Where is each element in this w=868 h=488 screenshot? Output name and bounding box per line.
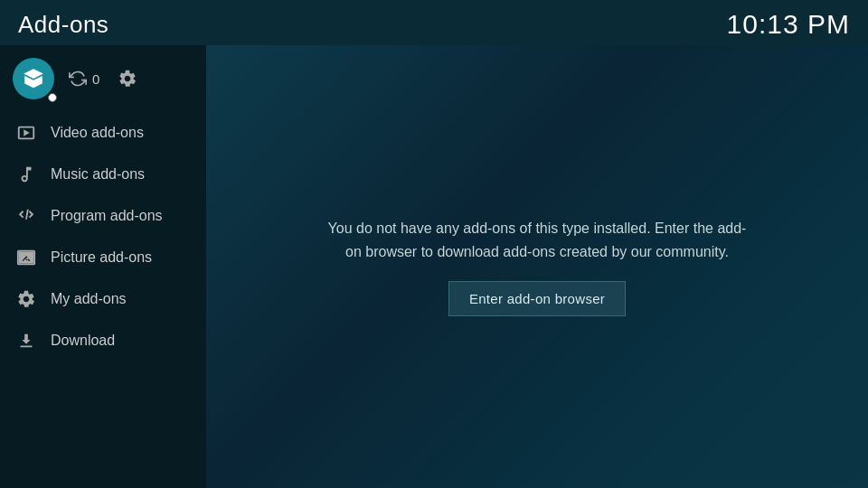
page-title: Add-ons [18,11,108,39]
sidebar-header: 0 [0,52,206,112]
sidebar-item-label: Program add-ons [51,208,163,224]
box-icon [22,67,45,90]
settings-button[interactable] [114,65,141,92]
my-addons-icon [14,287,38,311]
sidebar: 0 Video add-ons [0,45,206,488]
enter-browser-button[interactable]: Enter add-on browser [448,281,626,316]
content-area: You do not have any add-ons of this type… [206,45,868,488]
sidebar-item-music-addons[interactable]: Music add-ons [0,154,206,195]
sidebar-item-video-addons[interactable]: Video add-ons [0,112,206,154]
video-icon [14,121,38,145]
sidebar-nav: Video add-ons Music add-ons Progra [0,112,206,488]
sidebar-item-label: Music add-ons [51,166,145,183]
gear-icon [118,69,137,89]
sidebar-item-my-addons[interactable]: My add-ons [0,278,206,320]
sidebar-item-label: Picture add-ons [51,249,152,266]
program-icon [14,204,38,228]
picture-icon [14,246,38,269]
download-icon [14,329,38,352]
refresh-count: 0 [92,71,99,87]
center-message: You do not have any add-ons of this type… [302,199,772,334]
sidebar-item-picture-addons[interactable]: Picture add-ons [0,237,206,278]
clock: 10:13 PM [727,9,850,40]
sidebar-item-label: Download [51,333,115,349]
sidebar-item-label: Video add-ons [51,125,144,141]
refresh-icon [69,70,87,88]
sidebar-item-label: My add-ons [51,291,127,307]
sidebar-item-program-addons[interactable]: Program add-ons [0,195,206,237]
refresh-area[interactable]: 0 [69,70,99,88]
music-icon [14,163,38,186]
main-layout: 0 Video add-ons [0,45,868,488]
top-bar: Add-ons 10:13 PM [0,0,868,45]
addon-box-button[interactable] [13,58,54,99]
sidebar-item-download[interactable]: Download [0,320,206,361]
no-addons-message: You do not have any add-ons of this type… [320,217,754,263]
